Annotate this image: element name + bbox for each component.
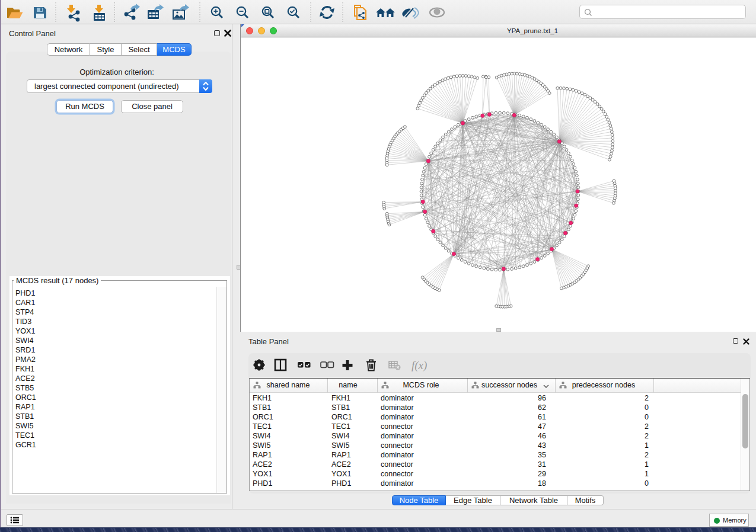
svg-text:f(x): f(x) <box>412 359 427 372</box>
